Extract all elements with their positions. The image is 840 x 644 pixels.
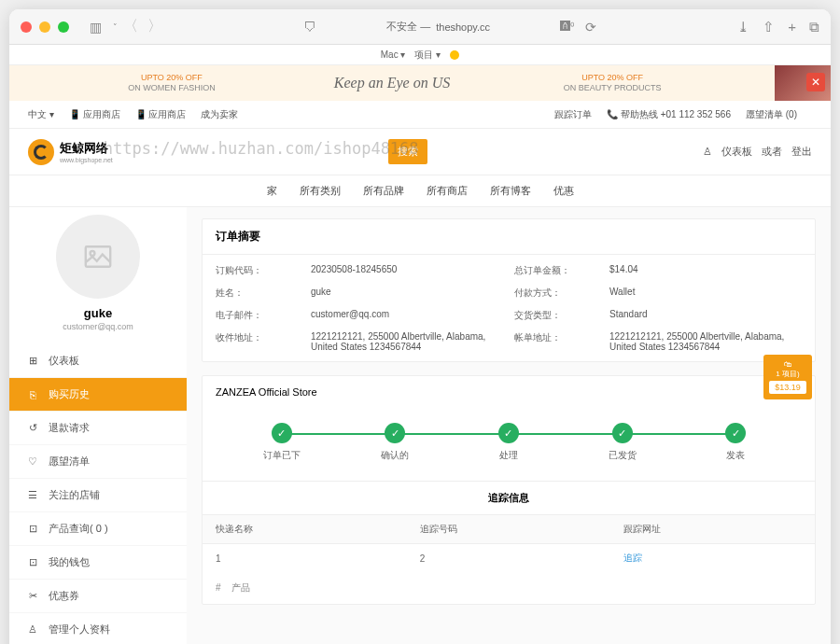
th-courier: 快递名称 bbox=[203, 515, 407, 544]
th-tracking-no: 追踪号码 bbox=[407, 515, 611, 544]
dropdown-icon[interactable]: ˅ bbox=[113, 22, 118, 32]
billaddr-label: 帐单地址： bbox=[514, 331, 598, 352]
dashboard-link[interactable]: 仪表板 bbox=[721, 145, 752, 159]
sidebar-item-0[interactable]: ⊞仪表板 bbox=[9, 344, 187, 378]
track-order-link[interactable]: 跟踪订单 bbox=[554, 108, 592, 121]
sidebar-toggle-icon[interactable]: ▥ bbox=[90, 20, 102, 35]
nav-brands[interactable]: 所有品牌 bbox=[363, 184, 404, 198]
banner-right: UPTO 20% OFF ON BEAUTY PRODUCTS bbox=[450, 73, 775, 93]
order-progress: ✓订单已下✓确认的✓处理✓已发货✓发表 bbox=[203, 408, 815, 481]
check-icon: ✓ bbox=[612, 423, 633, 443]
tracking-title: 追踪信息 bbox=[203, 481, 815, 514]
main-header: 矩鲸网络www.bigshope.net https://www.huzhan.… bbox=[9, 129, 831, 175]
th-tracking-url: 跟踪网址 bbox=[610, 515, 815, 544]
back-icon[interactable]: 〈 bbox=[123, 17, 138, 36]
app-store-link[interactable]: 📱 应用商店 bbox=[135, 108, 187, 121]
tabs-icon[interactable]: ⧉ bbox=[809, 19, 819, 35]
order-code-label: 订购代码： bbox=[216, 264, 300, 277]
step-label: 已发货 bbox=[609, 449, 637, 462]
menu-icon: ☰ bbox=[26, 489, 39, 501]
step-label: 确认的 bbox=[381, 449, 409, 462]
sidebar-item-6[interactable]: ⊡我的钱包 bbox=[9, 546, 187, 580]
name-value: guke bbox=[311, 287, 503, 300]
app-store-link[interactable]: 📱 应用商店 bbox=[69, 108, 120, 121]
username: guke bbox=[9, 306, 187, 320]
user-sidebar: guke customer@qq.com ⊞仪表板⎘购买历史↺退款请求♡愿望清单… bbox=[9, 207, 187, 644]
menu-label: 仪表板 bbox=[49, 354, 79, 368]
main-content: 订单摘要 订购代码： 20230508-18245650 总订单金额： $14.… bbox=[187, 207, 831, 644]
total-value: $14.04 bbox=[609, 264, 802, 277]
menu-label: 我的钱包 bbox=[49, 555, 90, 569]
sidebar-item-5[interactable]: ⊡产品查询( 0 ) bbox=[9, 512, 187, 546]
nav-home[interactable]: 家 bbox=[267, 184, 277, 198]
site-logo[interactable]: 矩鲸网络www.bigshope.net bbox=[28, 139, 113, 165]
new-tab-icon[interactable]: + bbox=[788, 19, 796, 35]
minimize-window-icon[interactable] bbox=[39, 21, 50, 33]
tracking-no-value: 2 bbox=[407, 544, 611, 573]
status-dot-icon bbox=[450, 50, 459, 60]
name-label: 姓名： bbox=[216, 287, 300, 300]
language-select[interactable]: 中文 ▾ bbox=[28, 108, 54, 121]
menu-label: 产品查询( 0 ) bbox=[49, 522, 108, 536]
menu-icon: ⊡ bbox=[26, 556, 39, 568]
tracking-table: 快递名称 追踪号码 跟踪网址 1 2 追踪 bbox=[203, 514, 815, 572]
sidebar-item-4[interactable]: ☰关注的店铺 bbox=[9, 479, 187, 512]
order-summary-card: 订单摘要 订购代码： 20230508-18245650 总订单金额： $14.… bbox=[202, 218, 816, 362]
wishlist-link[interactable]: 愿望清单 (0) bbox=[746, 108, 797, 121]
user-icon: ♙ bbox=[703, 146, 712, 158]
cart-total: $13.19 bbox=[769, 381, 806, 394]
menu-label: 优惠券 bbox=[49, 589, 79, 603]
nav-categories[interactable]: 所有类别 bbox=[300, 184, 341, 198]
check-icon: ✓ bbox=[272, 423, 292, 443]
nav-shops[interactable]: 所有商店 bbox=[427, 184, 468, 198]
floating-cart[interactable]: 🛍 1 项目) $13.19 bbox=[763, 355, 812, 399]
step-label: 处理 bbox=[499, 449, 518, 462]
shipaddr-label: 收件地址： bbox=[216, 331, 300, 352]
sidebar-item-7[interactable]: ✂优惠券 bbox=[9, 580, 187, 613]
menu-icon: ↺ bbox=[26, 422, 39, 434]
close-banner-icon[interactable]: ✕ bbox=[806, 73, 825, 91]
nav-coupons[interactable]: 优惠 bbox=[553, 184, 574, 198]
progress-step: ✓处理 bbox=[452, 423, 566, 462]
menu-label: 退款请求 bbox=[49, 421, 90, 435]
menu-label: 愿望清单 bbox=[49, 455, 90, 469]
search-button[interactable]: 搜索 bbox=[388, 139, 427, 164]
download-icon[interactable]: ⤓ bbox=[737, 19, 749, 35]
step-label: 发表 bbox=[726, 449, 745, 462]
address-bar[interactable]: 不安全 — theshopy.cc bbox=[322, 20, 555, 34]
close-window-icon[interactable] bbox=[21, 21, 32, 33]
shipaddr-value: 1221212121, 255000 Albertville, Alabama,… bbox=[311, 331, 503, 352]
shiptype-label: 交货类型： bbox=[514, 309, 598, 322]
sidebar-item-1[interactable]: ⎘购买历史 bbox=[9, 378, 187, 412]
become-seller-link[interactable]: 成为卖家 bbox=[201, 108, 238, 121]
menu-label: 关注的店铺 bbox=[49, 488, 100, 502]
menu-icon: ⊞ bbox=[26, 355, 39, 367]
bookmark-item[interactable]: 项目 ▾ bbox=[414, 49, 441, 62]
nav-blogs[interactable]: 所有博客 bbox=[490, 184, 531, 198]
menu-icon: ⎘ bbox=[26, 389, 39, 400]
payment-value: Wallet bbox=[609, 287, 802, 300]
maximize-window-icon[interactable] bbox=[58, 21, 69, 33]
order-code-value: 20230508-18245650 bbox=[311, 264, 503, 277]
user-email: customer@qq.com bbox=[9, 322, 187, 331]
main-nav: 家 所有类别 所有品牌 所有商店 所有博客 优惠 bbox=[9, 175, 831, 207]
sidebar-item-8[interactable]: ♙管理个人资料 bbox=[9, 613, 187, 644]
reload-icon[interactable]: ⟳ bbox=[585, 20, 596, 35]
order-summary-title: 订单摘要 bbox=[203, 219, 815, 255]
logout-link[interactable]: 登出 bbox=[791, 145, 812, 159]
avatar[interactable] bbox=[56, 215, 140, 299]
track-link[interactable]: 追踪 bbox=[623, 553, 642, 563]
share-icon[interactable]: ⇧ bbox=[763, 19, 775, 35]
billaddr-value: 1221212121, 255000 Albertville, Alabama,… bbox=[609, 331, 802, 352]
top-utility-bar: 中文 ▾ 📱 应用商店 📱 应用商店 成为卖家 跟踪订单 📞 帮助热线 +01 … bbox=[9, 101, 831, 129]
sidebar-item-3[interactable]: ♡愿望清单 bbox=[9, 445, 187, 479]
check-icon: ✓ bbox=[725, 423, 746, 443]
bookmark-item[interactable]: Mac ▾ bbox=[381, 49, 406, 60]
translate-icon[interactable]: 🅰⁰ bbox=[560, 21, 574, 33]
sidebar-item-2[interactable]: ↺退款请求 bbox=[9, 412, 187, 445]
progress-step: ✓订单已下 bbox=[225, 423, 339, 462]
menu-label: 管理个人资料 bbox=[49, 623, 110, 637]
store-name[interactable]: ZANZEA Official Store bbox=[216, 386, 317, 398]
shield-icon[interactable]: ⛉ bbox=[303, 20, 316, 35]
forward-icon[interactable]: 〉 bbox=[147, 17, 162, 36]
